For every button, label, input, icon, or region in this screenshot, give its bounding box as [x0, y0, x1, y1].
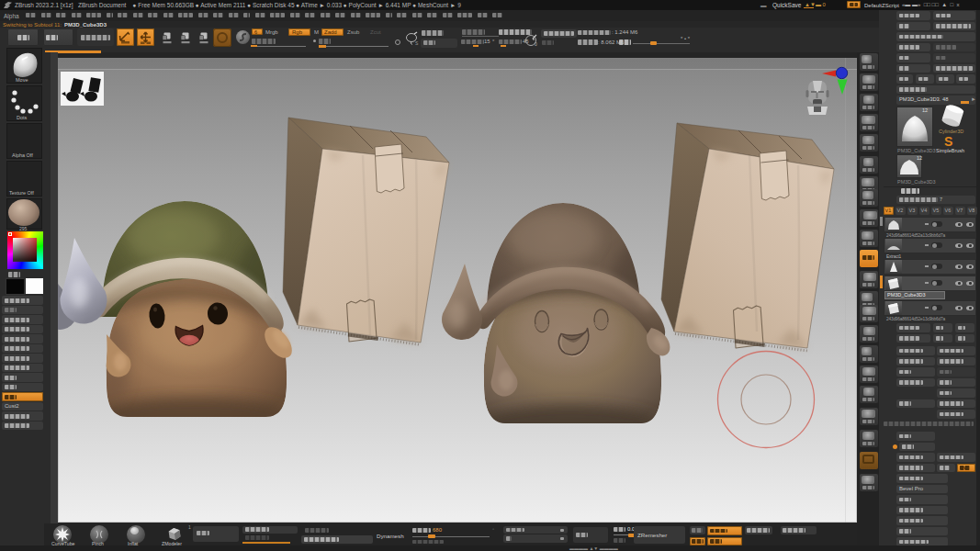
- svg-text:0: 0: [535, 41, 537, 47]
